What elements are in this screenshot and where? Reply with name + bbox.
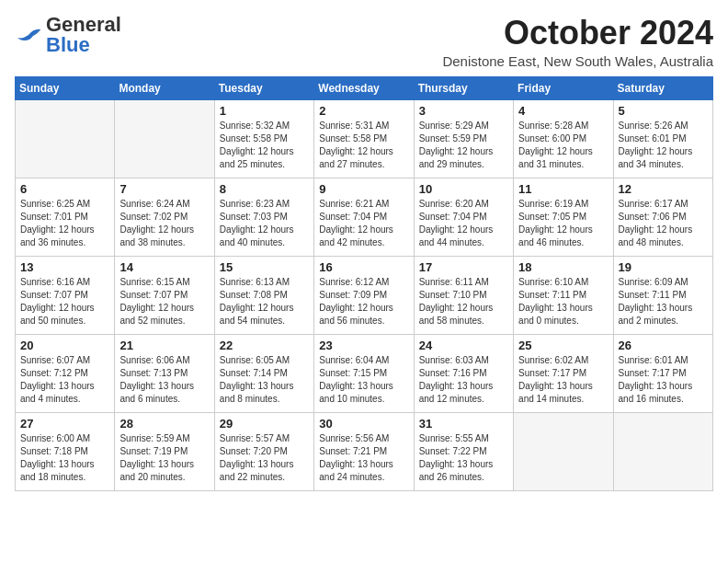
col-saturday: Saturday (613, 76, 712, 99)
cell-info: Sunrise: 6:02 AMSunset: 7:17 PMDaylight:… (518, 355, 593, 404)
day-number: 24 (419, 339, 508, 352)
day-number: 13 (20, 260, 109, 274)
calendar-cell (613, 412, 712, 490)
calendar-cell: 25Sunrise: 6:02 AMSunset: 7:17 PMDayligh… (514, 334, 613, 412)
col-wednesday: Wednesday (314, 76, 414, 99)
day-number: 10 (419, 182, 508, 196)
calendar-cell: 16Sunrise: 6:12 AMSunset: 7:09 PMDayligh… (314, 256, 414, 334)
day-number: 30 (319, 417, 408, 431)
day-number: 18 (518, 260, 608, 274)
day-number: 14 (119, 260, 209, 274)
day-number: 31 (419, 417, 508, 431)
cell-info: Sunrise: 5:29 AMSunset: 5:59 PMDaylight:… (419, 121, 494, 169)
calendar-week-row: 1Sunrise: 5:32 AMSunset: 5:58 PMDaylight… (16, 99, 713, 178)
cell-info: Sunrise: 6:21 AMSunset: 7:04 PMDaylight:… (319, 199, 393, 247)
calendar-cell: 29Sunrise: 5:57 AMSunset: 7:20 PMDayligh… (214, 412, 313, 490)
calendar-table: Sunday Monday Tuesday Wednesday Thursday… (15, 76, 713, 491)
cell-info: Sunrise: 6:11 AMSunset: 7:10 PMDaylight:… (419, 277, 494, 326)
cell-info: Sunrise: 6:23 AMSunset: 7:03 PMDaylight:… (220, 199, 294, 247)
col-sunday: Sunday (16, 76, 115, 99)
cell-info: Sunrise: 5:55 AMSunset: 7:22 PMDaylight:… (419, 433, 494, 482)
calendar-cell: 19Sunrise: 6:09 AMSunset: 7:11 PMDayligh… (613, 256, 712, 334)
cell-info: Sunrise: 5:32 AMSunset: 5:58 PMDaylight:… (220, 121, 294, 169)
cell-info: Sunrise: 6:24 AMSunset: 7:02 PMDaylight:… (119, 199, 194, 247)
calendar-cell: 6Sunrise: 6:25 AMSunset: 7:01 PMDaylight… (16, 178, 115, 256)
cell-info: Sunrise: 5:26 AMSunset: 6:01 PMDaylight:… (619, 121, 693, 169)
calendar-header-row: Sunday Monday Tuesday Wednesday Thursday… (16, 76, 713, 99)
day-number: 17 (419, 260, 508, 274)
calendar-cell: 31Sunrise: 5:55 AMSunset: 7:22 PMDayligh… (414, 412, 513, 490)
calendar-cell (16, 99, 115, 178)
cell-info: Sunrise: 6:05 AMSunset: 7:14 PMDaylight:… (220, 355, 294, 404)
calendar-cell: 24Sunrise: 6:03 AMSunset: 7:16 PMDayligh… (414, 334, 513, 412)
col-friday: Friday (514, 76, 613, 99)
cell-info: Sunrise: 6:25 AMSunset: 7:01 PMDaylight:… (20, 199, 95, 247)
cell-info: Sunrise: 5:57 AMSunset: 7:20 PMDaylight:… (220, 433, 294, 482)
calendar-cell: 11Sunrise: 6:19 AMSunset: 7:05 PMDayligh… (514, 178, 613, 256)
calendar-cell: 28Sunrise: 5:59 AMSunset: 7:19 PMDayligh… (115, 412, 214, 490)
calendar-cell: 18Sunrise: 6:10 AMSunset: 7:11 PMDayligh… (514, 256, 613, 334)
cell-info: Sunrise: 6:00 AMSunset: 7:18 PMDaylight:… (20, 433, 95, 482)
cell-info: Sunrise: 5:56 AMSunset: 7:21 PMDaylight:… (319, 433, 393, 482)
calendar-cell: 7Sunrise: 6:24 AMSunset: 7:02 PMDaylight… (115, 178, 214, 256)
cell-info: Sunrise: 5:59 AMSunset: 7:19 PMDaylight:… (119, 433, 194, 482)
calendar-cell: 10Sunrise: 6:20 AMSunset: 7:04 PMDayligh… (414, 178, 513, 256)
day-number: 26 (619, 339, 708, 352)
calendar-cell (514, 412, 613, 490)
calendar-cell: 12Sunrise: 6:17 AMSunset: 7:06 PMDayligh… (613, 178, 712, 256)
day-number: 21 (119, 339, 209, 352)
day-number: 3 (419, 104, 508, 118)
calendar-cell: 15Sunrise: 6:13 AMSunset: 7:08 PMDayligh… (214, 256, 313, 334)
day-number: 23 (319, 339, 408, 352)
cell-info: Sunrise: 6:17 AMSunset: 7:06 PMDaylight:… (619, 199, 693, 247)
cell-info: Sunrise: 5:28 AMSunset: 6:00 PMDaylight:… (518, 121, 593, 169)
calendar-cell: 23Sunrise: 6:04 AMSunset: 7:15 PMDayligh… (314, 334, 414, 412)
cell-info: Sunrise: 6:13 AMSunset: 7:08 PMDaylight:… (220, 277, 294, 326)
day-number: 29 (220, 417, 309, 431)
logo-bird-icon (15, 27, 42, 43)
calendar-week-row: 20Sunrise: 6:07 AMSunset: 7:12 PMDayligh… (16, 334, 713, 412)
calendar-week-row: 13Sunrise: 6:16 AMSunset: 7:07 PMDayligh… (16, 256, 713, 334)
day-number: 16 (319, 260, 408, 274)
calendar-cell: 3Sunrise: 5:29 AMSunset: 5:59 PMDaylight… (414, 99, 513, 178)
month-title: October 2024 (442, 15, 713, 52)
day-number: 4 (518, 104, 608, 118)
cell-info: Sunrise: 6:15 AMSunset: 7:07 PMDaylight:… (119, 277, 194, 326)
day-number: 9 (319, 182, 408, 196)
day-number: 2 (319, 104, 408, 118)
calendar-cell: 9Sunrise: 6:21 AMSunset: 7:04 PMDaylight… (314, 178, 414, 256)
cell-info: Sunrise: 6:06 AMSunset: 7:13 PMDaylight:… (119, 355, 194, 404)
calendar-cell: 14Sunrise: 6:15 AMSunset: 7:07 PMDayligh… (115, 256, 214, 334)
day-number: 19 (619, 260, 708, 274)
page-header: GeneralBlue October 2024 Denistone East,… (15, 15, 713, 69)
cell-info: Sunrise: 5:31 AMSunset: 5:58 PMDaylight:… (319, 121, 393, 169)
calendar-cell: 27Sunrise: 6:00 AMSunset: 7:18 PMDayligh… (16, 412, 115, 490)
cell-info: Sunrise: 6:04 AMSunset: 7:15 PMDaylight:… (319, 355, 393, 404)
calendar-cell: 26Sunrise: 6:01 AMSunset: 7:17 PMDayligh… (613, 334, 712, 412)
cell-info: Sunrise: 6:10 AMSunset: 7:11 PMDaylight:… (518, 277, 593, 326)
day-number: 27 (20, 417, 109, 431)
cell-info: Sunrise: 6:19 AMSunset: 7:05 PMDaylight:… (518, 199, 593, 247)
col-monday: Monday (115, 76, 214, 99)
calendar-week-row: 6Sunrise: 6:25 AMSunset: 7:01 PMDaylight… (16, 178, 713, 256)
day-number: 11 (518, 182, 608, 196)
day-number: 8 (220, 182, 309, 196)
logo-text: GeneralBlue (46, 15, 121, 55)
cell-info: Sunrise: 6:01 AMSunset: 7:17 PMDaylight:… (619, 355, 693, 404)
calendar-cell: 4Sunrise: 5:28 AMSunset: 6:00 PMDaylight… (514, 99, 613, 178)
calendar-cell: 13Sunrise: 6:16 AMSunset: 7:07 PMDayligh… (16, 256, 115, 334)
day-number: 5 (619, 104, 708, 118)
calendar-cell: 20Sunrise: 6:07 AMSunset: 7:12 PMDayligh… (16, 334, 115, 412)
day-number: 28 (119, 417, 209, 431)
logo: GeneralBlue (15, 15, 121, 55)
calendar-cell: 2Sunrise: 5:31 AMSunset: 5:58 PMDaylight… (314, 99, 414, 178)
day-number: 15 (220, 260, 309, 274)
calendar-cell: 8Sunrise: 6:23 AMSunset: 7:03 PMDaylight… (214, 178, 313, 256)
day-number: 7 (119, 182, 209, 196)
cell-info: Sunrise: 6:20 AMSunset: 7:04 PMDaylight:… (419, 199, 494, 247)
cell-info: Sunrise: 6:09 AMSunset: 7:11 PMDaylight:… (619, 277, 693, 326)
day-number: 1 (220, 104, 309, 118)
cell-info: Sunrise: 6:12 AMSunset: 7:09 PMDaylight:… (319, 277, 393, 326)
location-text: Denistone East, New South Wales, Austral… (442, 53, 713, 69)
calendar-cell: 30Sunrise: 5:56 AMSunset: 7:21 PMDayligh… (314, 412, 414, 490)
